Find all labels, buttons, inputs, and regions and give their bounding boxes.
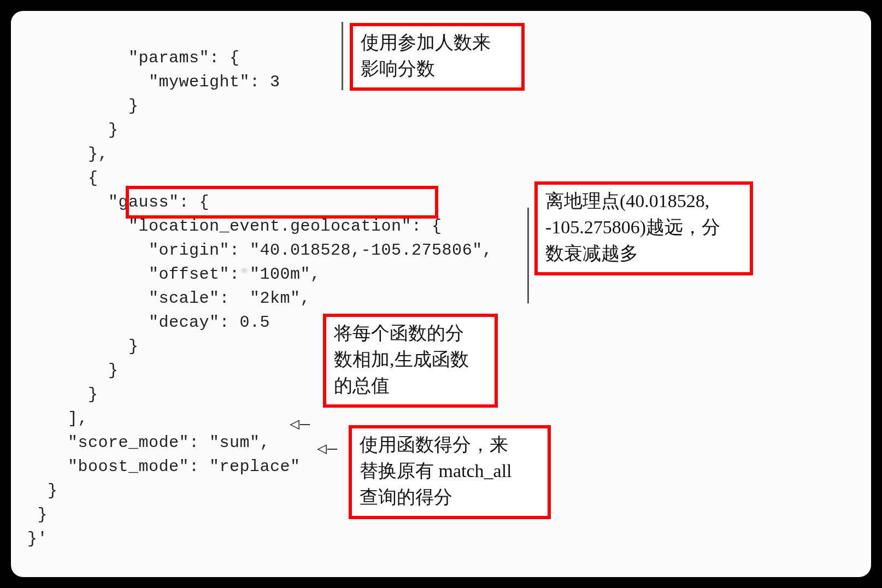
callout-score-mode: 将每个函数的分 数相加,生成函数 的总值 — [323, 314, 498, 408]
code-line: }' — [27, 530, 48, 548]
code-line: "origin": "40.018528,-105.275806", — [27, 241, 492, 260]
code-line: } — [27, 481, 58, 500]
code-line: { — [27, 169, 98, 187]
code-line: "scale": "2km", — [27, 289, 310, 308]
callout-boost-mode: 使用函数得分，来 替换原有 match_all 查询的得分 — [349, 425, 551, 519]
code-line: "decay": 0.5 — [27, 313, 270, 332]
code-line: } — [27, 385, 98, 404]
code-line: }, — [27, 145, 108, 163]
callout-divider — [342, 22, 343, 90]
callout-geo-decay: 离地理点(40.018528, -105.275806)越远，分 数衰减越多 — [534, 181, 753, 275]
code-line: } — [27, 337, 139, 356]
code-line: "params": { — [27, 49, 240, 67]
arrow-left-icon: ◁— — [290, 414, 310, 434]
code-line: } — [27, 505, 48, 524]
code-line: "location_event.geolocation": { — [27, 217, 442, 236]
code-line: } — [27, 361, 119, 380]
document-page: "params": { "myweight": 3 } } }, { "gaus… — [11, 11, 871, 577]
callout-divider — [527, 208, 529, 303]
callout-participants: 使用参加人数来 影响分数 — [350, 23, 525, 91]
code-line: "boost_mode": "replace" — [27, 457, 321, 476]
code-line: "gauss": { — [27, 193, 209, 211]
arrow-left-icon: ◁— — [317, 438, 338, 458]
code-line: "offset": "100m", — [27, 265, 321, 284]
code-line: } — [27, 97, 139, 115]
code-line: "myweight": 3 — [27, 73, 280, 91]
code-line: "score_mode": "sum", — [27, 433, 290, 452]
code-line: ], — [27, 409, 88, 428]
code-line: } — [27, 121, 119, 139]
